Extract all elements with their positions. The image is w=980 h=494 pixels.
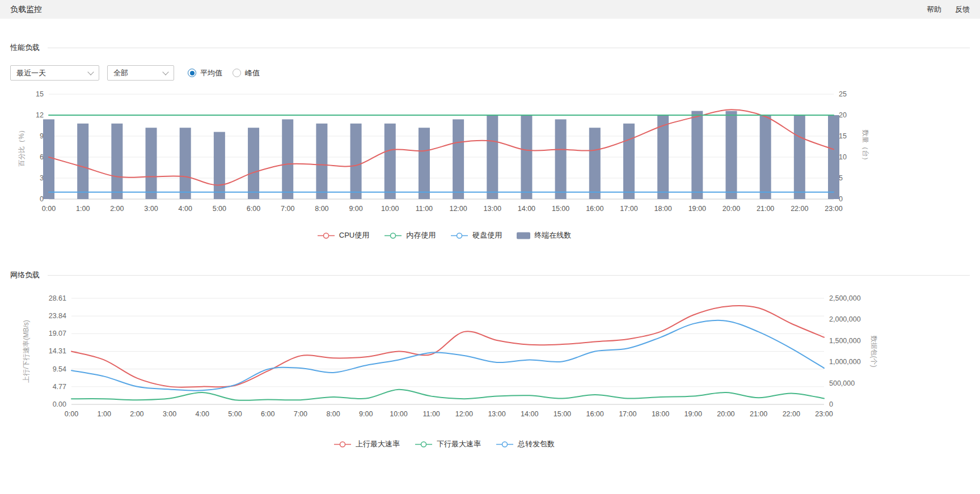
svg-text:21:00: 21:00 bbox=[750, 410, 767, 418]
svg-text:9.54: 9.54 bbox=[53, 365, 66, 373]
svg-text:17:00: 17:00 bbox=[620, 205, 637, 213]
legend-line-marker bbox=[450, 232, 468, 239]
svg-text:3:00: 3:00 bbox=[163, 410, 176, 418]
svg-text:0.00: 0.00 bbox=[53, 400, 66, 408]
svg-text:12:00: 12:00 bbox=[455, 410, 473, 418]
svg-text:0:00: 0:00 bbox=[42, 205, 56, 213]
legend-label: 终端在线数 bbox=[534, 230, 571, 240]
svg-text:12:00: 12:00 bbox=[449, 205, 467, 213]
svg-text:13:00: 13:00 bbox=[488, 410, 505, 418]
page-title: 负载监控 bbox=[10, 5, 42, 15]
svg-text:23:00: 23:00 bbox=[815, 410, 833, 418]
svg-text:23:00: 23:00 bbox=[825, 205, 842, 213]
radio-label: 平均值 bbox=[200, 68, 222, 78]
time-range-select[interactable]: 最近一天 bbox=[10, 65, 99, 81]
svg-text:9:00: 9:00 bbox=[349, 205, 362, 213]
svg-text:23.84: 23.84 bbox=[49, 312, 66, 320]
legend-item-硬盘使用[interactable]: 硬盘使用 bbox=[450, 230, 502, 240]
network-chart: 0.004.779.5414.3119.0723.8428.610500,000… bbox=[10, 293, 970, 425]
performance-chart: 0369121505101520250:001:002:003:004:005:… bbox=[10, 88, 970, 220]
legend-label: 总转发包数 bbox=[518, 439, 555, 449]
svg-text:1:00: 1:00 bbox=[76, 205, 90, 213]
legend-line-marker bbox=[384, 232, 402, 239]
svg-text:10:00: 10:00 bbox=[381, 205, 399, 213]
svg-text:数量（台）: 数量（台） bbox=[861, 130, 869, 164]
radio-icon bbox=[233, 69, 241, 77]
topbar-links: 帮助 反馈 bbox=[927, 5, 970, 15]
scope-select[interactable]: 全部 bbox=[107, 65, 174, 81]
radio-label: 峰值 bbox=[245, 68, 260, 78]
svg-text:6:00: 6:00 bbox=[247, 205, 260, 213]
svg-text:0: 0 bbox=[829, 400, 833, 408]
legend-line-marker bbox=[333, 441, 352, 448]
feedback-link[interactable]: 反馈 bbox=[955, 5, 970, 15]
svg-text:19.07: 19.07 bbox=[49, 330, 66, 337]
svg-text:1,000,000: 1,000,000 bbox=[829, 358, 861, 366]
performance-section: 性能负载 最近一天 全部 平均值 峰值 0369121505101520250:… bbox=[0, 43, 980, 240]
time-range-value: 最近一天 bbox=[16, 68, 46, 78]
svg-text:5:00: 5:00 bbox=[213, 205, 226, 213]
svg-text:数据包(个): 数据包(个) bbox=[870, 336, 878, 368]
radio-average[interactable]: 平均值 bbox=[188, 68, 222, 78]
svg-text:13:00: 13:00 bbox=[484, 205, 501, 213]
network-section-title: 网络负载 bbox=[10, 270, 40, 280]
legend-line-marker bbox=[317, 232, 335, 239]
svg-text:25: 25 bbox=[839, 90, 847, 98]
svg-text:22:00: 22:00 bbox=[791, 205, 808, 213]
radio-peak[interactable]: 峰值 bbox=[233, 68, 260, 78]
svg-text:15:00: 15:00 bbox=[552, 205, 569, 213]
svg-text:2:00: 2:00 bbox=[110, 205, 124, 213]
svg-text:5: 5 bbox=[839, 174, 843, 182]
chevron-down-icon bbox=[87, 69, 94, 75]
svg-text:15: 15 bbox=[839, 132, 847, 140]
performance-controls: 最近一天 全部 平均值 峰值 bbox=[10, 65, 970, 81]
svg-text:2:00: 2:00 bbox=[130, 410, 143, 418]
svg-text:9:00: 9:00 bbox=[359, 410, 373, 418]
svg-text:28.61: 28.61 bbox=[49, 294, 66, 302]
performance-legend: CPU使用内存使用硬盘使用终端在线数 bbox=[10, 230, 878, 240]
divider bbox=[48, 275, 970, 276]
svg-text:19:00: 19:00 bbox=[688, 205, 706, 213]
svg-text:7:00: 7:00 bbox=[281, 205, 294, 213]
svg-text:3: 3 bbox=[40, 174, 44, 182]
svg-text:百分比（%）: 百分比（%） bbox=[18, 126, 26, 167]
svg-text:上行/下行速率(MB/s): 上行/下行速率(MB/s) bbox=[22, 320, 30, 383]
topbar: 负载监控 帮助 反馈 bbox=[0, 0, 980, 19]
legend-bar-marker bbox=[517, 232, 530, 239]
svg-text:2,000,000: 2,000,000 bbox=[829, 315, 861, 323]
help-link[interactable]: 帮助 bbox=[927, 5, 941, 15]
network-section: 网络负载 0.004.779.5414.3119.0723.8428.61050… bbox=[0, 270, 980, 449]
performance-section-title: 性能负载 bbox=[10, 43, 40, 53]
svg-text:6: 6 bbox=[40, 153, 44, 161]
svg-text:11:00: 11:00 bbox=[416, 205, 433, 213]
legend-item-CPU使用[interactable]: CPU使用 bbox=[317, 230, 369, 240]
svg-text:0: 0 bbox=[839, 195, 843, 203]
legend-item-总转发包数[interactable]: 总转发包数 bbox=[496, 439, 555, 449]
svg-text:7:00: 7:00 bbox=[294, 410, 307, 418]
legend-item-上行最大速率[interactable]: 上行最大速率 bbox=[333, 439, 400, 449]
network-legend: 上行最大速率下行最大速率总转发包数 bbox=[10, 439, 878, 449]
performance-chart-canvas: 0369121505101520250:001:002:003:004:005:… bbox=[10, 88, 878, 218]
svg-text:17:00: 17:00 bbox=[619, 410, 636, 418]
legend-item-下行最大速率[interactable]: 下行最大速率 bbox=[415, 439, 481, 449]
svg-text:20: 20 bbox=[839, 111, 847, 119]
svg-text:1:00: 1:00 bbox=[98, 410, 111, 418]
svg-text:11:00: 11:00 bbox=[423, 410, 440, 418]
divider bbox=[48, 48, 970, 48]
svg-text:0: 0 bbox=[40, 195, 44, 203]
legend-label: CPU使用 bbox=[339, 230, 369, 240]
svg-text:18:00: 18:00 bbox=[652, 410, 669, 418]
svg-text:0:00: 0:00 bbox=[65, 410, 78, 418]
network-section-header: 网络负载 bbox=[10, 270, 970, 280]
svg-text:10: 10 bbox=[839, 153, 847, 161]
svg-text:4:00: 4:00 bbox=[179, 205, 192, 213]
svg-text:1,500,000: 1,500,000 bbox=[829, 337, 861, 345]
svg-text:500,000: 500,000 bbox=[829, 379, 855, 387]
radio-icon bbox=[188, 69, 196, 77]
legend-item-终端在线数[interactable]: 终端在线数 bbox=[517, 230, 571, 240]
legend-item-内存使用[interactable]: 内存使用 bbox=[384, 230, 436, 240]
legend-line-marker bbox=[496, 441, 514, 448]
svg-text:16:00: 16:00 bbox=[586, 410, 603, 418]
svg-text:16:00: 16:00 bbox=[586, 205, 603, 213]
svg-text:20:00: 20:00 bbox=[723, 205, 740, 213]
